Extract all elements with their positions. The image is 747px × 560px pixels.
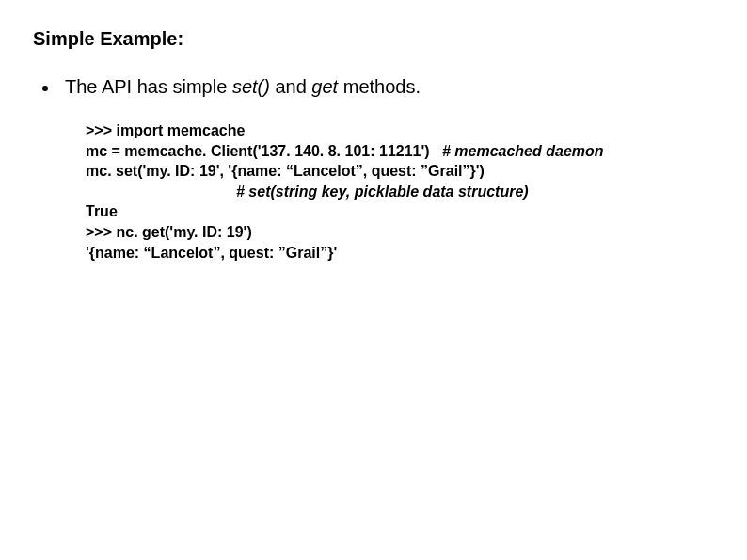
bullet-item: The API has simple set() and get methods… <box>42 76 719 98</box>
code-line-6: >>> nc. get('my. ID: 19') <box>86 222 719 243</box>
code-line-2-comment: # memcached daemon <box>442 143 604 159</box>
code-line-7: '{name: “Lancelot”, quest: ”Grail”}' <box>86 243 719 264</box>
code-line-3: mc. set('my. ID: 19', '{name: “Lancelot”… <box>86 161 719 182</box>
bullet-marker <box>42 86 48 91</box>
slide-heading: Simple Example: <box>33 28 719 50</box>
bullet-text-pre: The API has simple <box>65 76 232 97</box>
code-line-5: True <box>86 201 719 222</box>
bullet-text-em2: get <box>311 76 338 97</box>
bullet-text: The API has simple set() and get methods… <box>65 76 421 98</box>
code-line-4: # set(string key, picklable data structu… <box>86 182 719 202</box>
bullet-text-mid: and <box>270 76 311 97</box>
code-block: >>> import memcache mc = memcache. Clien… <box>86 120 719 263</box>
bullet-text-post: methods. <box>338 76 421 97</box>
bullet-text-em1: set() <box>232 76 270 97</box>
code-line-2a: mc = memcache. Client('137. 140. 8. 101:… <box>86 143 442 159</box>
code-line-2: mc = memcache. Client('137. 140. 8. 101:… <box>86 141 719 162</box>
code-line-1: >>> import memcache <box>86 120 719 141</box>
